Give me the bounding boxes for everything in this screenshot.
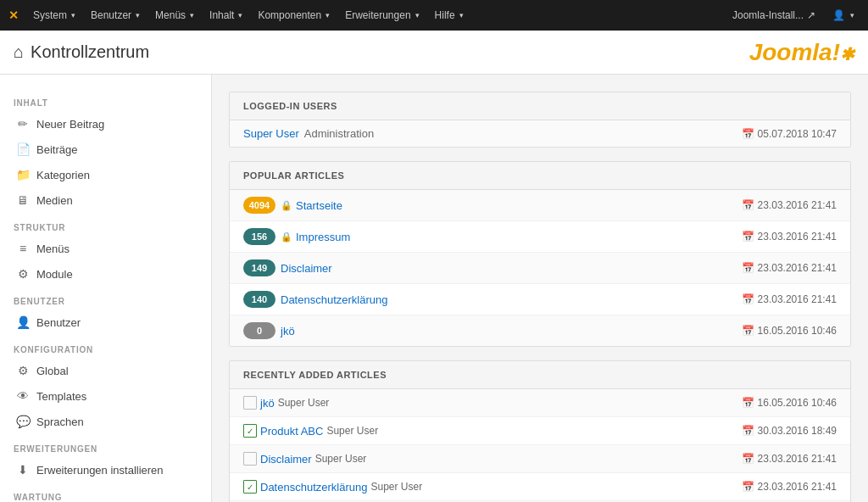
recent-article-link-0[interactable]: jkö xyxy=(260,397,275,410)
pencil-icon: ✏ xyxy=(16,117,30,131)
sidebar-item-sprachen[interactable]: 💬 Sprachen xyxy=(0,409,211,434)
recent-article-row-1: ✓ Produkt ABC Super User 📅 30.03.2016 18… xyxy=(230,417,850,445)
home-icon[interactable]: ⌂ xyxy=(14,42,24,62)
topnav-right: Joomla-Install... ↗ 👤 ▾ xyxy=(727,6,860,25)
sidebar-item-benutzer[interactable]: 👤 Benutzer xyxy=(0,310,211,335)
popular-time-value-3: 23.03.2016 21:41 xyxy=(758,293,837,305)
user-icon: 👤 xyxy=(16,315,30,329)
popular-article-time-3: 📅 23.03.2016 21:41 xyxy=(742,293,837,305)
sidebar-item-neuer-beitrag[interactable]: ✏ Neuer Beitrag xyxy=(0,111,211,137)
calendar-icon: 📅 xyxy=(742,262,754,274)
lock-icon-1: 🔒 xyxy=(281,231,292,243)
popular-article-link-2[interactable]: Disclaimer xyxy=(281,262,332,275)
recent-article-time-0: 📅 16.05.2016 10:46 xyxy=(742,397,837,409)
recent-article-time-2: 📅 23.03.2016 21:41 xyxy=(742,453,837,465)
logged-in-user-role: Administration xyxy=(304,127,374,140)
recent-article-link-1[interactable]: Produkt ABC xyxy=(260,425,323,438)
user-menu-caret: ▾ xyxy=(850,11,854,20)
recent-article-row-3: ✓ Datenschutzerklärung Super User 📅 23.0… xyxy=(230,473,850,501)
calendar-icon: 📅 xyxy=(742,453,754,465)
recent-time-value-2: 23.03.2016 21:41 xyxy=(758,453,837,465)
popular-article-link-0[interactable]: Startseite xyxy=(296,199,342,212)
sidebar-item-medien[interactable]: 🖥 Medien xyxy=(0,187,211,213)
speech-icon: 💬 xyxy=(16,415,30,428)
nav-system[interactable]: System ▾ xyxy=(26,6,82,25)
popular-article-link-4[interactable]: jkö xyxy=(281,325,295,337)
nav-benutzer[interactable]: Benutzer ▾ xyxy=(84,6,147,25)
nav-hilfe-caret: ▾ xyxy=(459,11,464,20)
logged-in-user-row: Super User Administration 📅 05.07.2018 1… xyxy=(230,120,850,147)
popular-article-row-3: 140 Datenschutzerklärung 📅 23.03.2016 21… xyxy=(230,284,850,315)
lock-icon-0: 🔒 xyxy=(281,200,292,211)
sidebar-label-beitraege: Beiträge xyxy=(36,143,77,156)
popular-article-time-4: 📅 16.05.2016 10:46 xyxy=(742,325,837,337)
calendar-icon: 📅 xyxy=(742,481,754,493)
recent-article-link-2[interactable]: Disclaimer xyxy=(260,453,312,466)
joomla-install-link[interactable]: Joomla-Install... ↗ xyxy=(727,6,821,25)
nav-erweiterungen[interactable]: Erweiterungen ▾ xyxy=(338,6,426,25)
sidebar-item-kategorien[interactable]: 📁 Kategorien xyxy=(0,162,211,187)
popular-article-row-0: 4094 🔒 Startseite 📅 23.03.2016 21:41 xyxy=(230,190,850,221)
calendar-icon: 📅 xyxy=(742,425,754,437)
nav-benutzer-caret: ▾ xyxy=(136,11,140,20)
joomla-logo-text: Joomla! xyxy=(749,39,840,65)
nav-menus[interactable]: Menüs ▾ xyxy=(148,6,201,25)
nav-erweiterungen-label: Erweiterungen xyxy=(345,9,410,21)
popular-article-time-1: 📅 23.03.2016 21:41 xyxy=(742,231,837,243)
calendar-icon: 📅 xyxy=(742,231,754,243)
sidebar-section-erweiterungen-label: ERWEITERUNGEN xyxy=(0,434,211,457)
recent-article-author-0: Super User xyxy=(278,397,330,409)
status-icon-2 xyxy=(243,452,257,466)
popular-article-time-0: 📅 23.03.2016 21:41 xyxy=(742,199,837,211)
sidebar-label-medien: Medien xyxy=(36,194,73,207)
popular-badge-1: 156 xyxy=(243,228,275,245)
sidebar-label-module: Module xyxy=(36,268,73,281)
popular-time-value-2: 23.03.2016 21:41 xyxy=(758,262,837,274)
nav-inhalt-label: Inhalt xyxy=(209,9,234,21)
sidebar-section-struktur-label: STRUKTUR xyxy=(0,213,211,236)
calendar-icon: 📅 xyxy=(742,199,754,211)
sidebar-label-global: Global xyxy=(36,365,69,377)
recent-article-author-2: Super User xyxy=(315,453,367,465)
nav-hilfe[interactable]: Hilfe ▾ xyxy=(428,6,470,25)
nav-inhalt[interactable]: Inhalt ▾ xyxy=(203,6,249,25)
main-content: LOGGED-IN USERS Super User Administratio… xyxy=(212,75,868,502)
popular-time-value-0: 23.03.2016 21:41 xyxy=(758,199,837,211)
sidebar-item-beitraege[interactable]: 📄 Beiträge xyxy=(0,137,211,162)
recent-article-author-3: Super User xyxy=(370,481,422,493)
user-menu[interactable]: 👤 ▾ xyxy=(827,6,860,25)
joomla-logo-star: ✱ xyxy=(840,45,854,64)
calendar-icon: 📅 xyxy=(742,325,754,337)
popular-article-link-3[interactable]: Datenschutzerklärung xyxy=(281,293,387,306)
recent-article-time-3: 📅 23.03.2016 21:41 xyxy=(742,481,837,493)
popular-article-link-1[interactable]: Impressum xyxy=(296,231,350,243)
popular-articles-panel: POPULAR ARTICLES 4094 🔒 Startseite 📅 23.… xyxy=(229,161,851,347)
sidebar-item-module[interactable]: ⚙ Module xyxy=(0,261,211,287)
joomla-x-logo: ✕ xyxy=(8,8,18,22)
folder-icon: 📁 xyxy=(16,168,30,181)
popular-time-value-1: 23.03.2016 21:41 xyxy=(758,231,837,243)
sidebar-label-kategorien: Kategorien xyxy=(36,169,90,181)
popular-article-row-4: 0 jkö 📅 16.05.2016 10:46 xyxy=(230,315,850,346)
nav-menus-label: Menüs xyxy=(155,9,186,21)
recent-article-link-3[interactable]: Datenschutzerklärung xyxy=(260,481,367,494)
recent-article-row-2: Disclaimer Super User 📅 23.03.2016 21:41 xyxy=(230,445,850,473)
status-icon-3: ✓ xyxy=(243,480,257,494)
sidebar-label-benutzer: Benutzer xyxy=(36,316,81,329)
logged-in-users-panel: LOGGED-IN USERS Super User Administratio… xyxy=(229,92,851,148)
recent-time-value-0: 16.05.2016 10:46 xyxy=(758,397,837,409)
nav-komponenten[interactable]: Komponenten ▾ xyxy=(251,6,337,25)
top-navigation: ✕ System ▾ Benutzer ▾ Menüs ▾ Inhalt ▾ K… xyxy=(0,0,868,31)
page-title: Kontrollzentrum xyxy=(31,42,149,62)
recent-article-author-1: Super User xyxy=(326,425,378,437)
main-layout: INHALT ✏ Neuer Beitrag 📄 Beiträge 📁 Kate… xyxy=(0,75,868,502)
sidebar-item-global[interactable]: ⚙ Global xyxy=(0,358,211,383)
user-icon: 👤 xyxy=(832,9,845,21)
logged-in-user-name[interactable]: Super User xyxy=(243,127,299,140)
sidebar-label-sprachen: Sprachen xyxy=(36,416,84,428)
sidebar-item-templates[interactable]: 👁 Templates xyxy=(0,383,211,409)
sidebar-item-erweiterungen-installieren[interactable]: ⬇ Erweiterungen installieren xyxy=(0,457,211,482)
sidebar-item-menus[interactable]: ≡ Menüs xyxy=(0,236,211,261)
sidebar-section-konfiguration-label: KONFIGURATION xyxy=(0,335,211,358)
popular-badge-0: 4094 xyxy=(243,197,275,214)
